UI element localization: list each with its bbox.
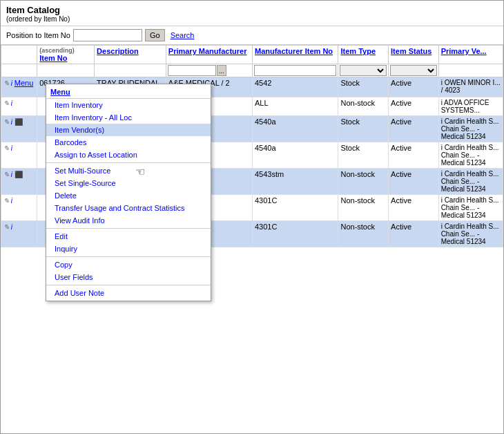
filter-item-status-cell: Active Inactive bbox=[389, 64, 439, 77]
menu-header[interactable]: Menu bbox=[46, 86, 211, 99]
filter-primary-manufacturer-cell: ... bbox=[166, 64, 252, 77]
menu-item-view-audit-info[interactable]: View Audit Info bbox=[46, 214, 211, 227]
info-icon[interactable]: i bbox=[11, 197, 12, 205]
item-status-sort-link[interactable]: Item Status bbox=[391, 47, 432, 55]
menu-item-delete[interactable]: Delete bbox=[46, 189, 211, 202]
menu-item-inquiry[interactable]: Inquiry bbox=[46, 243, 211, 255]
manufacturer-item-no-sort-link[interactable]: Manufacturer Item No bbox=[255, 47, 333, 55]
primary-vendor-cell: i Cardin Health S... Chain Se... - Medic… bbox=[438, 221, 503, 247]
search-link[interactable]: Search bbox=[171, 31, 195, 39]
row-icons-cell: ✎ i ⬛ bbox=[1, 116, 37, 142]
filter-row: ... Stock Non-stock bbox=[1, 64, 503, 77]
position-label: Position to Item No bbox=[6, 31, 70, 39]
row-icons-cell: ✎ i Menu bbox=[1, 77, 37, 97]
col-header-item-status: Item Status bbox=[389, 46, 439, 64]
col-header-item-no: (ascending) Item No bbox=[37, 46, 95, 64]
col-header-primary-manufacturer: Primary Manufacturer bbox=[166, 46, 252, 64]
manufacturer-item-no-cell: ALL bbox=[252, 97, 338, 116]
item-type-cell: Stock bbox=[338, 142, 389, 169]
menu-item-copy[interactable]: Copy bbox=[46, 258, 211, 271]
manufacturer-item-no-cell: 4540a bbox=[252, 116, 338, 142]
row-icons-cell: ✎ i ⬛ bbox=[1, 169, 37, 195]
manufacturer-item-no-cell: 4540a bbox=[252, 142, 338, 169]
menu-item-item-inventory---all-loc[interactable]: Item Inventory - All Loc bbox=[46, 111, 211, 124]
item-type-cell: Non-stock bbox=[338, 97, 389, 116]
item-status-cell: Active bbox=[389, 169, 439, 195]
context-menu: Menu Item InventoryItem Inventory - All … bbox=[46, 84, 211, 301]
menu-divider bbox=[46, 256, 211, 257]
page-wrapper: Item Catalog (ordered by Item No) Positi… bbox=[0, 0, 504, 434]
primary-vendor-cell: i ADVA OFFICE SYSTEMS... bbox=[438, 97, 503, 116]
item-type-cell: Stock bbox=[338, 116, 389, 142]
item-status-filter-select[interactable]: Active Inactive bbox=[390, 65, 437, 76]
page-subtitle: (ordered by Item No) bbox=[6, 15, 498, 23]
item-status-cell: Active bbox=[389, 97, 439, 116]
item-no-sort-link[interactable]: Item No bbox=[39, 54, 67, 62]
menu-item-assign-to-asset-location[interactable]: Assign to Asset Location bbox=[46, 149, 211, 161]
item-type-filter-select[interactable]: Stock Non-stock bbox=[340, 65, 387, 76]
menu-divider bbox=[46, 285, 211, 285]
page-title: Item Catalog bbox=[6, 5, 498, 15]
page-header: Item Catalog (ordered by Item No) bbox=[1, 1, 503, 26]
edit-icon[interactable]: ✎ bbox=[3, 100, 11, 107]
position-input[interactable] bbox=[73, 29, 142, 41]
info-icon[interactable]: i bbox=[11, 144, 12, 152]
item-type-cell: Non-stock bbox=[338, 169, 389, 195]
primary-manufacturer-filter-input[interactable] bbox=[168, 65, 216, 76]
item-type-cell: Stock bbox=[338, 77, 389, 97]
primary-vendor-cell: i Cardin Health S... Chain Se... - Medic… bbox=[438, 116, 503, 142]
primary-vendor-cell: i Cardin Health S... Chain Se... - Medic… bbox=[438, 195, 503, 221]
menu-item-user-fields[interactable]: User Fields bbox=[46, 271, 211, 283]
menu-item-set-multi-source[interactable]: Set Multi-Source bbox=[46, 164, 211, 177]
primary-vendor-cell: i Cardin Health S... Chain Se... - Medic… bbox=[438, 169, 503, 195]
menu-divider bbox=[46, 228, 211, 229]
yellow-icon[interactable]: ⬛ bbox=[14, 171, 23, 178]
menu-item-edit[interactable]: Edit bbox=[46, 230, 211, 243]
edit-icon[interactable]: ✎ bbox=[3, 171, 11, 178]
manufacturer-item-no-filter-input[interactable] bbox=[254, 65, 337, 76]
menu-item-set-single-source[interactable]: Set Single-Source bbox=[46, 177, 211, 189]
menu-item-add-user-note[interactable]: Add User Note bbox=[46, 287, 211, 299]
filter-item-no-cell bbox=[37, 64, 95, 77]
description-sort-link[interactable]: Description bbox=[97, 47, 139, 55]
filter-manufacturer-item-no-cell bbox=[252, 64, 338, 77]
filter-description-cell bbox=[95, 64, 166, 77]
item-status-cell: Active bbox=[389, 195, 439, 221]
menu-link[interactable]: Menu bbox=[14, 79, 34, 87]
col-header-description: Description bbox=[95, 46, 166, 64]
item-type-sort-link[interactable]: Item Type bbox=[340, 47, 376, 55]
primary-vendor-cell: i Cardin Health S... Chain Se... - Medic… bbox=[438, 142, 503, 169]
menu-item-item-vendors[interactable]: Item Vendor(s) bbox=[46, 124, 211, 136]
edit-icon[interactable]: ✎ bbox=[3, 223, 11, 231]
info-icon[interactable]: i bbox=[11, 223, 12, 231]
manufacturer-item-no-cell: 4542 bbox=[252, 77, 338, 97]
position-bar: Position to Item No Go Search bbox=[1, 26, 503, 45]
primary-manufacturer-sort-link[interactable]: Primary Manufacturer bbox=[168, 47, 247, 55]
row-icons-cell: ✎ i bbox=[1, 97, 37, 116]
filter-primary-vendor-cell bbox=[438, 64, 503, 77]
yellow-icon[interactable]: ⬛ bbox=[14, 118, 23, 126]
item-status-cell: Active bbox=[389, 142, 439, 169]
menu-items-container: Item InventoryItem Inventory - All LocIt… bbox=[46, 99, 211, 299]
primary-vendor-sort-link[interactable]: Primary Ve... bbox=[441, 47, 487, 55]
edit-icon[interactable]: ✎ bbox=[3, 144, 11, 152]
item-status-cell: Active bbox=[389, 221, 439, 247]
item-status-cell: Active bbox=[389, 116, 439, 142]
menu-item-barcodes[interactable]: Barcodes bbox=[46, 136, 211, 149]
item-type-cell: Non-stock bbox=[338, 195, 389, 221]
primary-manufacturer-filter-btn[interactable]: ... bbox=[217, 65, 226, 76]
edit-icon[interactable]: ✎ bbox=[3, 197, 11, 205]
item-status-cell: Active bbox=[389, 77, 439, 97]
edit-icon[interactable]: ✎ bbox=[3, 118, 11, 126]
info-icon[interactable]: i bbox=[11, 100, 12, 107]
col-header-icons bbox=[1, 46, 37, 64]
row-icons-cell: ✎ i bbox=[1, 195, 37, 221]
manufacturer-item-no-cell: 4301C bbox=[252, 221, 338, 247]
edit-icon[interactable]: ✎ bbox=[3, 79, 11, 87]
column-header-row: (ascending) Item No Description Primary … bbox=[1, 46, 503, 64]
menu-item-transfer-usage-and-contract-statistics[interactable]: Transfer Usage and Contract Statistics bbox=[46, 202, 211, 214]
go-button[interactable]: Go bbox=[145, 29, 165, 41]
manufacturer-item-no-cell: 4301C bbox=[252, 195, 338, 221]
menu-item-item-inventory[interactable]: Item Inventory bbox=[46, 99, 211, 111]
filter-item-type-cell: Stock Non-stock bbox=[338, 64, 389, 77]
